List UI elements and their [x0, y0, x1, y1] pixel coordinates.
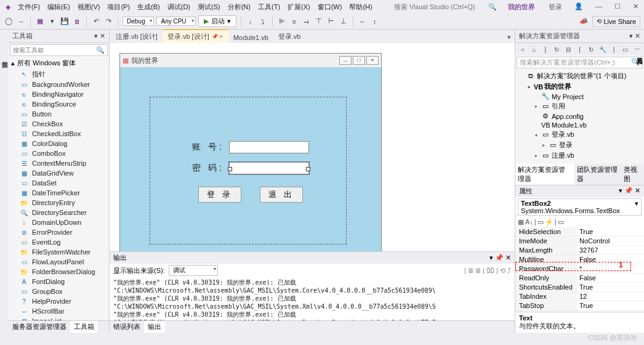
- toolbox-item[interactable]: ☷CheckedListBox: [9, 129, 109, 139]
- align-mid-icon[interactable]: ⊢: [326, 17, 336, 26]
- tree-node[interactable]: ▸▭登录: [517, 140, 643, 150]
- new-project-icon[interactable]: ▦: [35, 17, 45, 26]
- toolbox-item[interactable]: ↕DomainUpDown: [9, 217, 109, 227]
- start-button[interactable]: ▶启动 ▾: [198, 15, 236, 27]
- menu-item[interactable]: 生成(B): [134, 1, 163, 13]
- property-row[interactable]: TabStopTrue: [515, 301, 644, 310]
- tree-node[interactable]: ▴▭登录.vb: [517, 129, 643, 140]
- toolbox-item[interactable]: ▭Button: [9, 109, 109, 119]
- props-icon[interactable]: ▭: [537, 218, 544, 226]
- tab-overflow-icon[interactable]: ▾: [504, 31, 515, 43]
- password-textbox[interactable]: [229, 162, 309, 174]
- toolbox-item[interactable]: ↖指针: [9, 69, 109, 79]
- open-icon[interactable]: ▾: [47, 17, 57, 26]
- property-row[interactable]: ShortcutsEnabledTrue: [515, 283, 644, 292]
- menu-item[interactable]: 扩展(X): [284, 1, 313, 13]
- panel-tab[interactable]: 团队资源管理器: [574, 164, 621, 185]
- output-source-combo[interactable]: 调试: [169, 265, 218, 276]
- toolbox-item[interactable]: ▦ImageList: [9, 316, 109, 320]
- menu-item[interactable]: 工具(T): [255, 1, 283, 13]
- save-icon[interactable]: 💾: [60, 17, 70, 26]
- toolbox-item[interactable]: AFontDialog: [9, 277, 109, 286]
- toolbox-item[interactable]: ▦ColorDialog: [9, 139, 109, 148]
- search-icon[interactable]: 🔍: [96, 46, 105, 54]
- form-designer[interactable]: ▦ 我的世界 — ☐ ✕ 账 号: 密 码:: [110, 43, 515, 251]
- home-icon[interactable]: ○: [518, 44, 528, 54]
- platform-combo[interactable]: Any CPU: [156, 17, 195, 26]
- props-icon[interactable]: ▭: [621, 44, 630, 54]
- tree-node[interactable]: VBModule1.vb: [517, 121, 643, 129]
- menu-item[interactable]: 分析(N): [225, 1, 254, 13]
- panel-pin-icon[interactable]: ▾ 📌 ✕: [489, 254, 511, 262]
- document-tab[interactable]: 注册.vb [设计]: [111, 30, 163, 43]
- chevron-down-icon[interactable]: ▴: [11, 59, 15, 67]
- menu-item[interactable]: 文件(F): [15, 1, 43, 13]
- align-bot-icon[interactable]: ⊥: [339, 17, 348, 26]
- step-over-icon[interactable]: ⤵: [258, 17, 268, 26]
- collapse-icon[interactable]: ⊟: [563, 44, 573, 54]
- tree-node[interactable]: 🔧My Project: [517, 92, 643, 101]
- form-min-button[interactable]: —: [339, 56, 352, 65]
- align-left-icon[interactable]: ⊫: [277, 17, 287, 26]
- document-tab[interactable]: 登录.vb: [273, 30, 306, 43]
- tree-node[interactable]: ⚙App.config: [517, 112, 643, 121]
- toolbox-search-input[interactable]: [13, 47, 74, 54]
- toolbox-item[interactable]: ▭ComboBox: [9, 148, 109, 158]
- home-icon[interactable]: ⌂: [529, 44, 539, 54]
- panel-tab[interactable]: 输出: [144, 321, 165, 333]
- toolbox-item[interactable]: ⎋BindingNavigator: [9, 89, 109, 99]
- menu-item[interactable]: 项目(P): [104, 1, 133, 13]
- toolbox-item[interactable]: ▭DataSet: [9, 178, 109, 188]
- property-row[interactable]: MultilineFalse: [515, 255, 644, 264]
- panel-tab[interactable]: 解决方案资源管理器: [515, 164, 574, 185]
- toolbox-item[interactable]: ▭EventLog: [9, 237, 109, 247]
- toolbox-item[interactable]: ⎋BindingSource: [9, 99, 109, 109]
- toolbox-item[interactable]: 📁FileSystemWatcher: [9, 247, 109, 257]
- tree-node[interactable]: ▴VB我的世界: [517, 81, 643, 92]
- tree-node[interactable]: ▸▭引用: [517, 101, 643, 112]
- tree-node[interactable]: ▸▭注册.vb: [517, 150, 643, 161]
- chevron-down-icon[interactable]: ▾: [635, 200, 638, 214]
- redo-icon[interactable]: ↷: [103, 17, 113, 26]
- save-all-icon[interactable]: 🗎: [72, 17, 82, 26]
- menu-item[interactable]: 测试(S): [195, 1, 223, 13]
- align-top-icon[interactable]: ⊤: [314, 17, 324, 26]
- maximize-button[interactable]: ☐: [611, 1, 624, 13]
- toolbox-item[interactable]: ?HelpProvider: [9, 296, 109, 306]
- nav-fwd-icon[interactable]: →: [16, 17, 26, 26]
- hspace-icon[interactable]: ↔: [358, 17, 368, 26]
- panel-pin-icon[interactable]: ▾ 📌 ✕: [619, 187, 640, 195]
- page-icon[interactable]: ▭: [558, 218, 564, 226]
- panel-tab[interactable]: 类视图: [621, 164, 644, 185]
- align-right-icon[interactable]: ⫤: [302, 17, 312, 26]
- search-icon[interactable]: 🔍: [485, 2, 500, 12]
- toolbox-item[interactable]: ⊘ErrorProvider: [9, 227, 109, 237]
- login-link[interactable]: 登录: [545, 1, 565, 13]
- menu-item[interactable]: 视图(V): [74, 1, 103, 13]
- vspace-icon[interactable]: ↕: [370, 17, 380, 26]
- document-tab[interactable]: Module1.vb: [228, 32, 273, 43]
- nav-back-icon[interactable]: ◯: [4, 17, 14, 26]
- undo-icon[interactable]: ↶: [91, 17, 101, 26]
- menu-item[interactable]: 帮助(H): [346, 1, 375, 13]
- panel-tab[interactable]: 错误列表: [110, 321, 144, 333]
- toolbox-item[interactable]: 📁DirectoryEntry: [9, 198, 109, 208]
- menu-item[interactable]: 编辑(E): [44, 1, 73, 13]
- refresh-icon[interactable]: ↻: [586, 44, 596, 54]
- property-row[interactable]: UseSystemPasswordCharFalse: [515, 310, 644, 312]
- config-combo[interactable]: Debug: [123, 17, 154, 26]
- notification-tab[interactable]: 通知工具: [634, 49, 644, 57]
- global-search-input[interactable]: [394, 3, 480, 10]
- form-close-button[interactable]: ✕: [366, 56, 379, 65]
- panel-controls-icon[interactable]: ▾ ✕: [629, 32, 640, 40]
- panel-menu-icon[interactable]: ▾ ✕: [94, 32, 105, 40]
- sync-icon[interactable]: ↻: [552, 44, 562, 54]
- property-row[interactable]: TabIndex12: [515, 292, 644, 301]
- minimize-button[interactable]: —: [592, 1, 605, 13]
- wrench-icon[interactable]: 🔧: [598, 44, 608, 54]
- categorize-icon[interactable]: ▦: [518, 218, 524, 226]
- alpha-icon[interactable]: A↓: [525, 218, 533, 226]
- form-max-button[interactable]: ☐: [353, 56, 365, 65]
- property-row[interactable]: MaxLength32767: [515, 246, 644, 255]
- solution-search-input[interactable]: 搜索解决方案资源管理器(Ctrl+;): [520, 58, 615, 67]
